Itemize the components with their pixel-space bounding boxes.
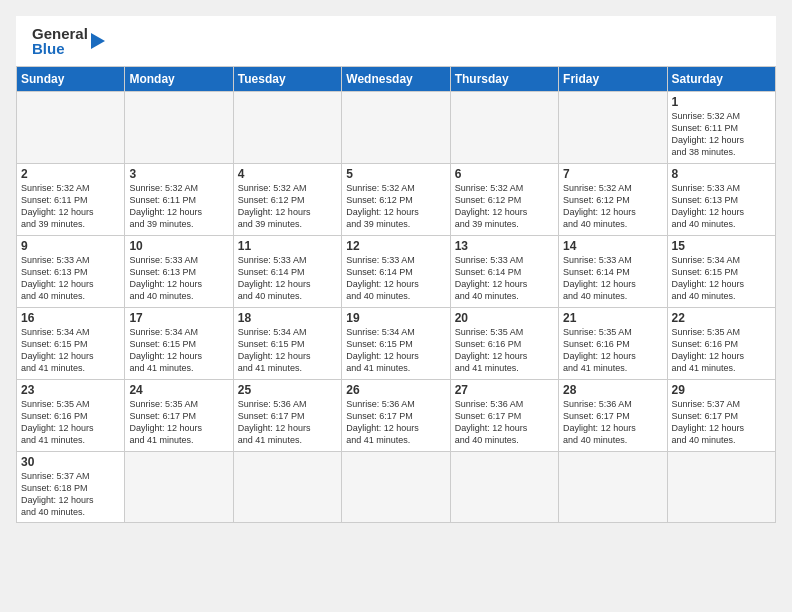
calendar-day-cell: 23Sunrise: 5:35 AM Sunset: 6:16 PM Dayli… (17, 380, 125, 452)
day-info: Sunrise: 5:33 AM Sunset: 6:13 PM Dayligh… (21, 254, 120, 303)
day-info: Sunrise: 5:33 AM Sunset: 6:13 PM Dayligh… (672, 182, 771, 231)
day-number: 27 (455, 383, 554, 397)
day-number: 5 (346, 167, 445, 181)
calendar-day-cell (342, 452, 450, 523)
calendar-header-row: SundayMondayTuesdayWednesdayThursdayFrid… (17, 67, 776, 92)
day-number: 23 (21, 383, 120, 397)
calendar-day-header: Sunday (17, 67, 125, 92)
logo-general-text: General (32, 26, 88, 41)
day-number: 3 (129, 167, 228, 181)
day-info: Sunrise: 5:32 AM Sunset: 6:12 PM Dayligh… (238, 182, 337, 231)
day-info: Sunrise: 5:34 AM Sunset: 6:15 PM Dayligh… (21, 326, 120, 375)
calendar-day-header: Tuesday (233, 67, 341, 92)
logo: GeneralBlue (32, 26, 105, 56)
calendar-day-cell: 12Sunrise: 5:33 AM Sunset: 6:14 PM Dayli… (342, 236, 450, 308)
day-info: Sunrise: 5:32 AM Sunset: 6:11 PM Dayligh… (21, 182, 120, 231)
logo-blue-text: Blue (32, 41, 88, 56)
day-info: Sunrise: 5:33 AM Sunset: 6:14 PM Dayligh… (238, 254, 337, 303)
day-number: 2 (21, 167, 120, 181)
calendar-day-cell: 15Sunrise: 5:34 AM Sunset: 6:15 PM Dayli… (667, 236, 775, 308)
day-number: 13 (455, 239, 554, 253)
svg-marker-0 (91, 33, 105, 49)
day-info: Sunrise: 5:33 AM Sunset: 6:14 PM Dayligh… (346, 254, 445, 303)
logo-wrapper: GeneralBlue (32, 26, 88, 56)
day-number: 10 (129, 239, 228, 253)
day-number: 12 (346, 239, 445, 253)
calendar-day-header: Wednesday (342, 67, 450, 92)
day-info: Sunrise: 5:36 AM Sunset: 6:17 PM Dayligh… (346, 398, 445, 447)
calendar-day-cell: 5Sunrise: 5:32 AM Sunset: 6:12 PM Daylig… (342, 164, 450, 236)
calendar-day-header: Friday (559, 67, 667, 92)
calendar-day-cell: 14Sunrise: 5:33 AM Sunset: 6:14 PM Dayli… (559, 236, 667, 308)
day-number: 16 (21, 311, 120, 325)
calendar-day-cell: 30Sunrise: 5:37 AM Sunset: 6:18 PM Dayli… (17, 452, 125, 523)
calendar-week-row: 16Sunrise: 5:34 AM Sunset: 6:15 PM Dayli… (17, 308, 776, 380)
day-info: Sunrise: 5:32 AM Sunset: 6:12 PM Dayligh… (455, 182, 554, 231)
day-number: 4 (238, 167, 337, 181)
calendar-day-cell: 10Sunrise: 5:33 AM Sunset: 6:13 PM Dayli… (125, 236, 233, 308)
calendar-day-cell: 29Sunrise: 5:37 AM Sunset: 6:17 PM Dayli… (667, 380, 775, 452)
calendar-table: SundayMondayTuesdayWednesdayThursdayFrid… (16, 66, 776, 523)
day-number: 26 (346, 383, 445, 397)
calendar-week-row: 1Sunrise: 5:32 AM Sunset: 6:11 PM Daylig… (17, 92, 776, 164)
calendar-day-cell: 26Sunrise: 5:36 AM Sunset: 6:17 PM Dayli… (342, 380, 450, 452)
day-number: 9 (21, 239, 120, 253)
day-number: 17 (129, 311, 228, 325)
day-info: Sunrise: 5:35 AM Sunset: 6:17 PM Dayligh… (129, 398, 228, 447)
day-info: Sunrise: 5:35 AM Sunset: 6:16 PM Dayligh… (672, 326, 771, 375)
day-info: Sunrise: 5:36 AM Sunset: 6:17 PM Dayligh… (563, 398, 662, 447)
day-info: Sunrise: 5:33 AM Sunset: 6:14 PM Dayligh… (455, 254, 554, 303)
calendar-week-row: 23Sunrise: 5:35 AM Sunset: 6:16 PM Dayli… (17, 380, 776, 452)
calendar-day-cell (559, 92, 667, 164)
day-info: Sunrise: 5:35 AM Sunset: 6:16 PM Dayligh… (21, 398, 120, 447)
calendar-day-cell (233, 92, 341, 164)
day-info: Sunrise: 5:35 AM Sunset: 6:16 PM Dayligh… (563, 326, 662, 375)
day-info: Sunrise: 5:34 AM Sunset: 6:15 PM Dayligh… (346, 326, 445, 375)
calendar-day-cell: 7Sunrise: 5:32 AM Sunset: 6:12 PM Daylig… (559, 164, 667, 236)
calendar-day-cell (450, 92, 558, 164)
day-info: Sunrise: 5:32 AM Sunset: 6:12 PM Dayligh… (563, 182, 662, 231)
calendar-day-cell: 27Sunrise: 5:36 AM Sunset: 6:17 PM Dayli… (450, 380, 558, 452)
day-number: 1 (672, 95, 771, 109)
day-info: Sunrise: 5:33 AM Sunset: 6:14 PM Dayligh… (563, 254, 662, 303)
day-info: Sunrise: 5:37 AM Sunset: 6:18 PM Dayligh… (21, 470, 120, 519)
day-number: 14 (563, 239, 662, 253)
day-info: Sunrise: 5:34 AM Sunset: 6:15 PM Dayligh… (129, 326, 228, 375)
day-number: 6 (455, 167, 554, 181)
day-number: 19 (346, 311, 445, 325)
day-number: 24 (129, 383, 228, 397)
day-number: 22 (672, 311, 771, 325)
day-number: 18 (238, 311, 337, 325)
day-number: 30 (21, 455, 120, 469)
calendar-day-cell (450, 452, 558, 523)
calendar-day-cell (125, 92, 233, 164)
day-info: Sunrise: 5:36 AM Sunset: 6:17 PM Dayligh… (238, 398, 337, 447)
day-info: Sunrise: 5:32 AM Sunset: 6:12 PM Dayligh… (346, 182, 445, 231)
day-info: Sunrise: 5:35 AM Sunset: 6:16 PM Dayligh… (455, 326, 554, 375)
calendar-day-cell: 8Sunrise: 5:33 AM Sunset: 6:13 PM Daylig… (667, 164, 775, 236)
day-info: Sunrise: 5:34 AM Sunset: 6:15 PM Dayligh… (672, 254, 771, 303)
calendar-day-cell (125, 452, 233, 523)
day-number: 7 (563, 167, 662, 181)
calendar-day-cell (559, 452, 667, 523)
day-info: Sunrise: 5:34 AM Sunset: 6:15 PM Dayligh… (238, 326, 337, 375)
calendar-day-cell (342, 92, 450, 164)
calendar-week-row: 2Sunrise: 5:32 AM Sunset: 6:11 PM Daylig… (17, 164, 776, 236)
calendar-day-cell (17, 92, 125, 164)
day-number: 8 (672, 167, 771, 181)
day-info: Sunrise: 5:36 AM Sunset: 6:17 PM Dayligh… (455, 398, 554, 447)
calendar-day-cell: 24Sunrise: 5:35 AM Sunset: 6:17 PM Dayli… (125, 380, 233, 452)
calendar-day-header: Saturday (667, 67, 775, 92)
day-number: 20 (455, 311, 554, 325)
day-number: 29 (672, 383, 771, 397)
calendar-day-header: Monday (125, 67, 233, 92)
day-number: 21 (563, 311, 662, 325)
calendar-day-cell: 21Sunrise: 5:35 AM Sunset: 6:16 PM Dayli… (559, 308, 667, 380)
calendar-day-cell: 4Sunrise: 5:32 AM Sunset: 6:12 PM Daylig… (233, 164, 341, 236)
calendar-day-cell: 9Sunrise: 5:33 AM Sunset: 6:13 PM Daylig… (17, 236, 125, 308)
calendar-day-cell: 6Sunrise: 5:32 AM Sunset: 6:12 PM Daylig… (450, 164, 558, 236)
calendar-day-cell: 16Sunrise: 5:34 AM Sunset: 6:15 PM Dayli… (17, 308, 125, 380)
day-info: Sunrise: 5:37 AM Sunset: 6:17 PM Dayligh… (672, 398, 771, 447)
calendar-day-cell: 28Sunrise: 5:36 AM Sunset: 6:17 PM Dayli… (559, 380, 667, 452)
calendar-day-header: Thursday (450, 67, 558, 92)
